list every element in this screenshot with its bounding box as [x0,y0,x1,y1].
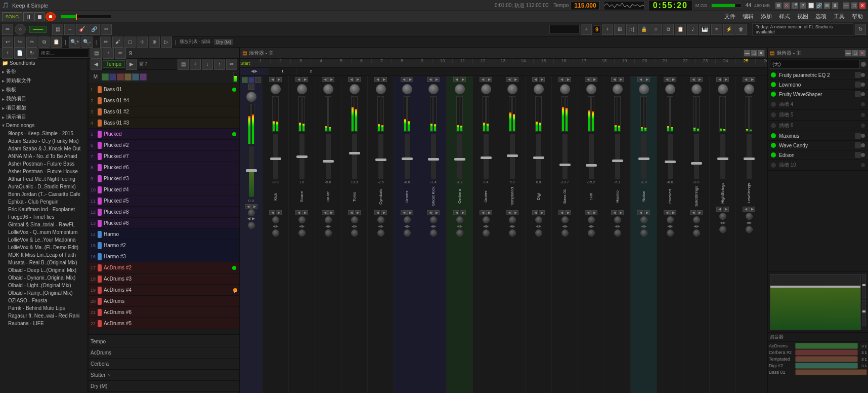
master-knob-2[interactable] [248,209,255,216]
zoom-out-btn[interactable]: 🔍- [81,36,93,48]
plugin-btn[interactable]: ⬜ [807,2,814,9]
quantize-plus[interactable]: + [602,24,613,35]
browser-item-23[interactable]: Parrik - Behind Mute Lips [0,304,88,312]
browser-item-13[interactable]: LollieVox - Q..mum Momentum [0,228,88,236]
eq-btn[interactable]: ≡ [650,24,662,35]
pl-label-tempo[interactable]: Tempo [89,336,239,347]
ch-btn-right-15[interactable]: ▶ [670,77,676,82]
paste-btn[interactable]: 📋 [675,24,686,35]
ch-fader-17[interactable] [720,134,725,179]
ch-fader-10[interactable] [536,134,541,179]
ch-name-14[interactable]: Noise [641,184,646,209]
fx-power-slot6[interactable] [771,123,776,128]
rack-tool5[interactable]: ✏ [226,59,237,70]
ch-knob-b-5[interactable] [404,229,411,237]
ch-name-12[interactable]: Sub [589,184,593,209]
ch-knob-2[interactable] [325,216,332,223]
tempo-map-btn[interactable]: ≈ [711,24,722,35]
minimize-btn[interactable]: — [843,2,850,9]
ch-btn-right-5[interactable]: ▶ [407,77,413,82]
master-btn-2[interactable] [109,73,116,81]
fx-channel-dot[interactable] [861,62,866,67]
ch-knob-9[interactable] [509,216,516,223]
metronome-btn[interactable]: ♩ [687,24,698,35]
ch-knob-13[interactable] [614,216,621,223]
rack-channel-plucked4[interactable]: 10 Plucked #4 [89,184,239,195]
browser-item-25[interactable]: Raubana - LIFE [0,320,88,327]
play-mode[interactable]: ▷ [161,36,172,48]
browser-refresh-btn[interactable]: ↻ [26,48,37,59]
master-btn-3[interactable] [117,73,124,81]
ch-fader-handle-5[interactable] [402,158,413,160]
ch-fader-handle-8[interactable] [481,156,492,159]
ch-name-17[interactable]: HighStrings [720,180,725,206]
ch-knob-b-7[interactable] [456,229,463,237]
ch-btn-right-14[interactable]: ▶ [644,77,650,82]
ch-bot-btn-r-1[interactable]: ▶ [302,210,308,215]
ch-fader-handle-9[interactable] [507,154,518,157]
browser-item-18[interactable]: Olbaid - Deep L..(Original Mix) [0,266,88,274]
browser-file-btn[interactable]: 📄 [14,48,25,59]
ch-btn-left-14[interactable]: ◀ [637,77,643,82]
ch-bot-btn-l-15[interactable]: ◀ [664,210,670,215]
ch-pan-9[interactable] [507,84,517,94]
ch-btn-right-11[interactable]: ▶ [565,77,571,82]
ch-btn-right-9[interactable]: ▶ [512,77,518,82]
ch-fader-4[interactable] [378,134,383,179]
ch-pan-5[interactable] [402,84,412,94]
ch-bot-btn-r-11[interactable]: ▶ [565,210,571,215]
master-btn-6[interactable] [140,73,147,81]
menu-style[interactable]: 样式 [776,12,793,21]
route-btn-master-1[interactable] [242,77,248,83]
fx-item-slot4[interactable]: 插槽 4 [768,99,868,110]
ch-fader-6[interactable] [431,134,436,179]
ch-pan-7[interactable] [455,84,465,94]
ch-bot-btn-r-16[interactable]: ▶ [697,210,703,215]
ch-bot-btn-r-10[interactable]: ▶ [539,210,545,215]
ch-name-16[interactable]: SoloStrings [694,184,699,209]
ch-bot-btn-r-5[interactable]: ▶ [407,210,413,215]
pattern-next-btn[interactable]: ▶ [126,59,137,70]
folder-demo-songs[interactable]: ▾ Demo songs [0,122,88,129]
ch-bot-btn-l-6[interactable]: ◀ [427,210,433,215]
ch-btn-right-8[interactable]: ▶ [486,77,492,82]
ch-knob-b-2[interactable] [325,229,332,237]
circle-btn[interactable]: ○ [15,24,26,35]
menu-view[interactable]: 视图 [794,12,811,21]
ch-pan-17[interactable] [718,84,728,94]
master-arrow-right[interactable]: ▶ [254,69,257,73]
ch-knob-b-13[interactable] [614,229,621,237]
ch-pan-8[interactable] [481,84,491,94]
lock-btn[interactable]: 🔒 [638,24,649,35]
ch-name-13[interactable]: Harmo [615,184,620,209]
ch-btn-left-17[interactable]: ◀ [716,77,722,82]
ch-btn-left-6[interactable]: ◀ [427,77,433,82]
fx-dot-edison[interactable] [861,153,865,157]
fx-power-slot5[interactable] [771,112,776,117]
ch-fader-handle-1[interactable] [296,155,308,158]
copy-tool[interactable]: ⧉ [38,36,50,48]
ch-knob-b-9[interactable] [509,229,516,237]
rack-channel-plucked2[interactable]: 6 Plucked #2 [89,140,239,151]
browser-item-11[interactable]: Fuego96 - TimeFlies [0,213,88,221]
ch-btn-right-7[interactable]: ▶ [460,77,466,82]
rack-channel-acdrums5[interactable]: 22 AcDrums #5 [89,318,239,329]
ch-bot-btn-r-15[interactable]: ▶ [670,210,676,215]
ch-pan-0[interactable] [271,84,281,94]
mixer-max-btn[interactable]: □ [751,50,758,57]
ch-bot-btn-l-10[interactable]: ◀ [532,210,538,215]
undo-btn[interactable]: ↩ [2,36,13,48]
ch-knob-b-6[interactable] [430,229,437,237]
ch-knob-11[interactable] [561,216,569,223]
ch-knob-b-16[interactable] [693,229,700,237]
ch-fader-3[interactable] [352,134,357,179]
browser-item-4[interactable]: Asher Postman - Future Bass [0,160,88,168]
ch-bot-btn-r-17[interactable]: ▶ [723,207,729,212]
master-btn-4[interactable] [124,73,132,81]
rack-channel-plucked[interactable]: 5 Plucked [89,129,239,140]
fx-dot-eq2[interactable] [861,73,865,77]
fx-item-lowmono[interactable]: Lowmono [768,80,868,90]
stop-btn[interactable]: ⏹ [34,12,45,21]
ch-bot-btn-r-18[interactable]: ▶ [749,207,755,212]
fx-dot-lowmono[interactable] [861,83,865,87]
